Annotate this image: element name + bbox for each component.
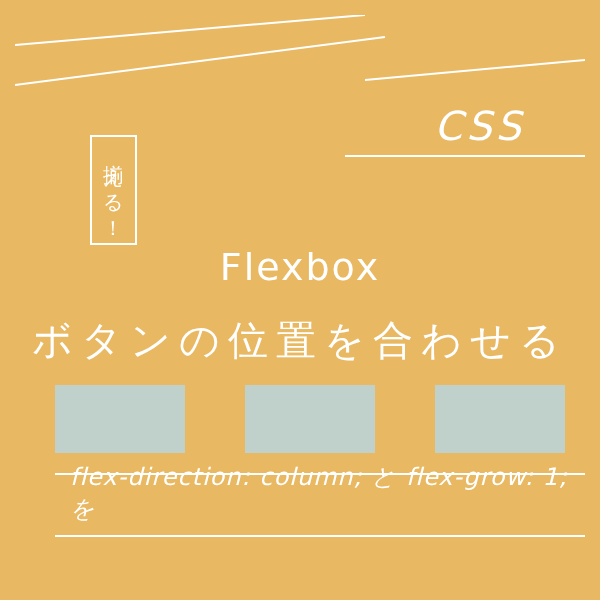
category-underline <box>345 155 585 157</box>
vertical-tag-box: 揃える！ <box>90 135 137 245</box>
demo-card <box>435 385 565 453</box>
demo-card <box>55 385 185 453</box>
code-snippet: flex-direction: column; と flex-grow: 1; … <box>70 461 585 525</box>
category-label: CSS <box>434 103 525 149</box>
svg-line-0 <box>15 15 365 45</box>
vertical-tag-text: 揃える！ <box>100 149 127 231</box>
svg-line-2 <box>365 60 585 80</box>
divider-line <box>55 535 585 537</box>
title-line-2: ボタンの位置を合わせる <box>15 313 585 368</box>
title-line-1: Flexbox <box>220 245 380 289</box>
svg-line-1 <box>15 37 385 85</box>
content-card: CSS 揃える！ Flexbox ボタンの位置を合わせる flex-direct… <box>15 15 585 585</box>
card-row <box>55 385 585 453</box>
demo-card <box>245 385 375 453</box>
